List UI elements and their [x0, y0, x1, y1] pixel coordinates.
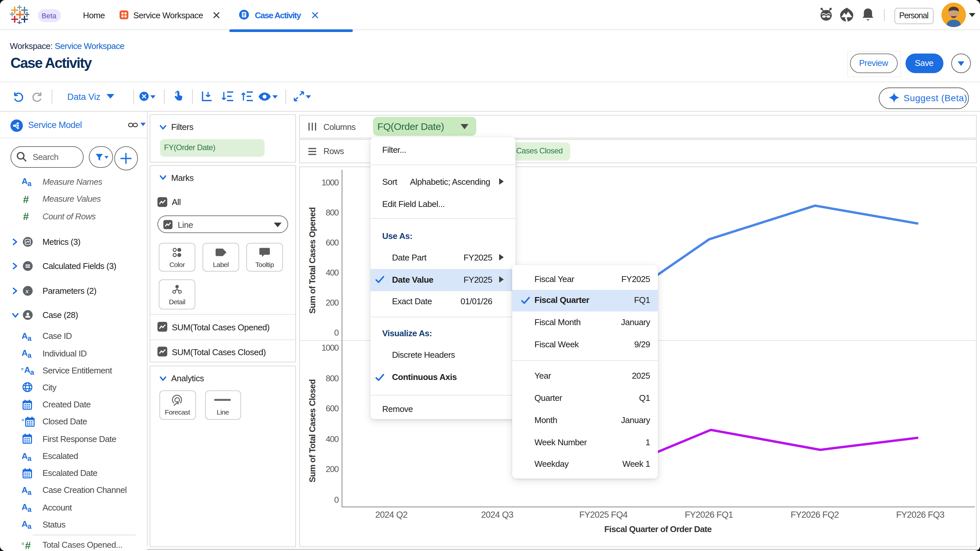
svg-text:a: a [30, 368, 34, 376]
svg-text:a: a [27, 179, 32, 187]
svg-text:=: = [22, 541, 24, 546]
svg-text:a: a [27, 351, 32, 359]
svg-text:a: a [27, 334, 32, 342]
svg-text:#: # [23, 211, 29, 222]
svg-text:A: A [22, 348, 28, 358]
svg-text:A: A [22, 451, 28, 460]
svg-text:a: a [27, 454, 32, 462]
svg-text:A: A [22, 176, 28, 186]
svg-text:A: A [22, 331, 28, 340]
svg-text:a: a [27, 505, 32, 513]
svg-text:A: A [22, 502, 28, 512]
svg-text:=: = [22, 417, 24, 422]
svg-text:=: = [21, 367, 24, 372]
svg-text:#: # [25, 540, 31, 551]
svg-text:x: x [25, 287, 29, 294]
svg-text:a: a [27, 522, 32, 530]
svg-text:#: # [23, 194, 29, 205]
svg-text:A: A [22, 485, 28, 494]
svg-text:A: A [24, 365, 30, 375]
svg-text:A: A [22, 519, 28, 529]
svg-text:a: a [27, 488, 32, 496]
